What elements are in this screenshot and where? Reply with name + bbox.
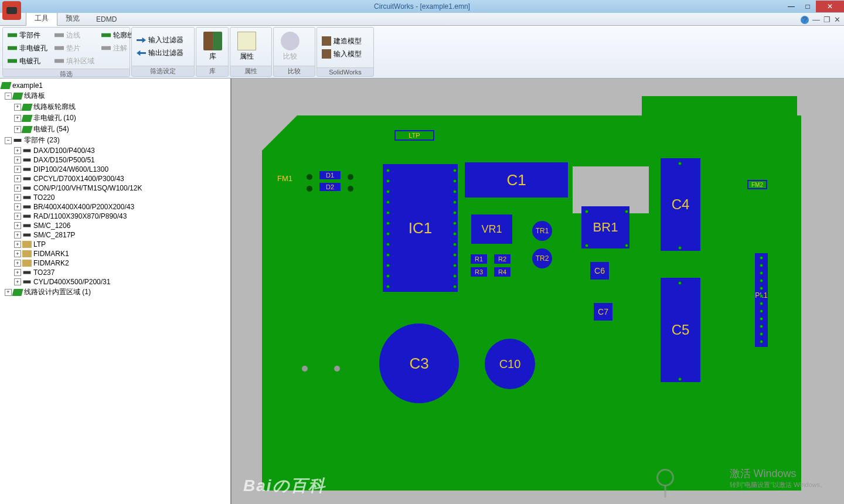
expand-icon[interactable]: − [5,137,12,144]
expand-icon[interactable]: − [5,93,12,100]
pcb-fm1[interactable]: FM1 [277,174,292,183]
tree-keepout[interactable]: +线路设计内置区域 (1) [1,287,229,298]
pcb-r1[interactable]: R1 [471,254,487,264]
expand-icon[interactable]: + [14,278,21,285]
tree-item[interactable]: +BR/400X400X400/P200X200/43 [1,202,229,212]
expand-icon[interactable]: + [14,231,21,239]
pcb-c1[interactable]: C1 [465,162,568,197]
tree-item[interactable]: +TO237 [1,268,229,277]
expand-icon[interactable]: + [14,115,21,122]
build-model-icon [322,36,331,46]
tree-item[interactable]: +DAX/D100/P400/43 [1,146,229,155]
component-icon [13,137,22,144]
via-hole [760,256,763,260]
pcb-c6[interactable]: C6 [590,262,609,280]
fillarea-icon [55,56,64,66]
via-hole [625,210,628,213]
pcb-vr1[interactable]: VR1 [471,214,512,244]
tree-item[interactable]: +非电镀孔 (10) [1,113,229,124]
import-model-button[interactable]: 输入模型 [318,47,365,60]
tree-item[interactable]: +LTP [1,240,229,249]
pcb-r4[interactable]: R4 [494,267,511,277]
output-filter-button[interactable]: 输出过滤器 [133,47,187,60]
tree-item[interactable]: +电镀孔 (54) [1,124,229,135]
library-button[interactable]: 库 [198,29,228,64]
pcb-ltp[interactable]: LTP [394,130,434,141]
expand-icon[interactable]: + [14,194,21,201]
tree-item[interactable]: +TO220 [1,193,229,202]
pcb-fm2[interactable]: FM2 [747,180,767,189]
tab-preview[interactable]: 预览 [57,12,88,25]
pcb-viewport[interactable]: LTP FM1 FM2 D1 D2 IC1 C1 VR1 TR1 TR2 BR1… [232,79,844,504]
component-icon [22,241,32,248]
pcb-ic1[interactable]: IC1 [383,164,458,292]
tree-item[interactable]: +FIDMARK1 [1,249,229,258]
pcb-tr1[interactable]: TR1 [532,221,552,241]
tree-item[interactable]: +CPCYL/D700X1400/P300/43 [1,174,229,183]
component-icon [22,213,32,220]
tree-item[interactable]: +线路板轮廓线 [1,101,229,113]
properties-button[interactable]: 属性 [232,29,262,64]
help-icon[interactable]: ? [801,16,809,24]
expand-icon[interactable]: + [14,213,21,220]
pcb-c5[interactable]: C5 [661,278,700,382]
pcb-r3[interactable]: R3 [471,267,487,277]
tab-tools[interactable]: 工具 [26,11,57,26]
pcb-c10[interactable]: C10 [485,339,535,389]
expand-icon[interactable]: + [14,203,21,210]
minimize-button[interactable]: — [783,1,799,12]
pcb-c7[interactable]: C7 [594,303,612,321]
expand-icon[interactable]: + [14,250,21,257]
pcb-c4[interactable]: C4 [661,158,700,251]
tree-parts[interactable]: −零部件 (23) [1,135,229,146]
pcb-d1[interactable]: D1 [319,171,341,179]
component-icon [22,194,32,201]
expand-icon[interactable]: + [14,260,21,267]
pcb-d2[interactable]: D2 [319,183,341,191]
expand-icon[interactable]: + [14,185,21,192]
filter-fillarea: 填补区域 [51,55,98,67]
pcb-c3[interactable]: C3 [379,323,459,403]
child-close-button[interactable]: ✕ [834,15,840,24]
input-filter-button[interactable]: 输入过滤器 [133,34,187,47]
tree-item[interactable]: +CYL/D400X500/P200/31 [1,277,229,287]
board-icon [21,115,32,122]
tab-emdm[interactable]: EDMD [88,13,125,25]
pcb-br1[interactable]: BR1 [581,206,629,248]
via-hole [760,332,763,336]
tree-board[interactable]: −线路板 [1,90,229,101]
via-hole [386,264,390,267]
compare-button: 比较 [275,29,305,64]
tree-item[interactable]: +CON/P/100/VH/TM1SQ/W100/12K [1,183,229,193]
build-model-button[interactable]: 建造模型 [318,35,365,47]
expand-icon[interactable]: + [14,222,21,229]
tree-item[interactable]: +DIP100/24/W600/L1300 [1,165,229,174]
tree-item[interactable]: +FIDMARK2 [1,258,229,268]
filter-nonplated[interactable]: 非电镀孔 [4,42,51,55]
expand-icon[interactable]: + [14,166,21,173]
child-minimize-button[interactable]: — [812,15,820,24]
filter-parts[interactable]: 零部件 [4,29,51,42]
tree-item[interactable]: +DAX/D150/P500/51 [1,155,229,165]
app-icon[interactable] [2,1,21,20]
pcb-board-ext[interactable] [642,96,797,441]
child-restore-button[interactable]: ❐ [823,15,831,24]
close-button[interactable]: ✕ [816,1,844,12]
tree-item[interactable]: +SM/C_1206 [1,221,229,230]
expand-icon[interactable]: + [14,147,21,154]
expand-icon[interactable]: + [5,289,12,296]
expand-icon[interactable]: + [14,241,21,248]
expand-icon[interactable]: + [14,104,21,111]
pcb-tr2[interactable]: TR2 [532,248,552,268]
expand-icon[interactable]: + [14,126,21,133]
tree-root[interactable]: example1 [1,81,229,90]
expand-icon[interactable]: + [14,175,21,182]
filter-plated[interactable]: 电镀孔 [4,55,51,67]
expand-icon[interactable]: + [14,156,21,164]
tree-item[interactable]: +RAD/1100X390X870/P890/43 [1,212,229,221]
maximize-button[interactable]: □ [799,1,816,12]
pcb-r2[interactable]: R2 [494,254,511,264]
tree-panel[interactable]: example1 −线路板 +线路板轮廓线+非电镀孔 (10)+电镀孔 (54)… [0,79,232,504]
tree-item[interactable]: +SM/C_2817P [1,230,229,240]
expand-icon[interactable]: + [14,269,21,276]
